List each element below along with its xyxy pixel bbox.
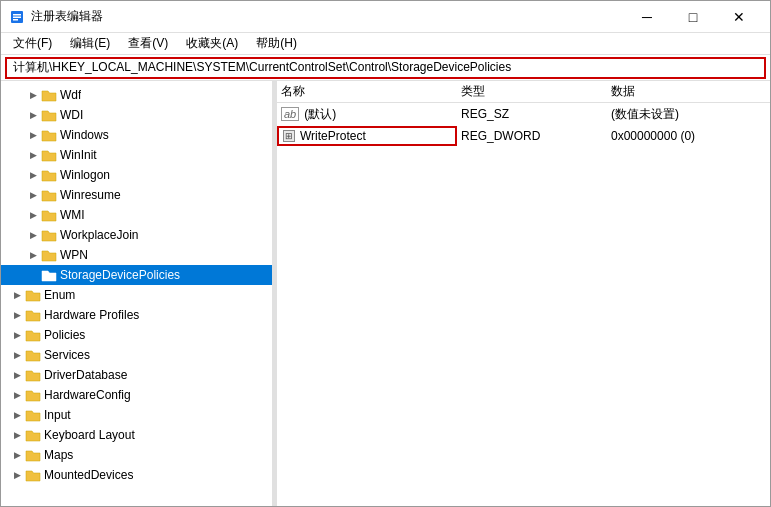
tree-item-wdf[interactable]: ▶ Wdf — [1, 85, 272, 105]
tree-item-storagedevicepolicies[interactable]: StorageDevicePolicies — [1, 265, 272, 285]
folder-icon-maps — [25, 448, 41, 462]
cell-name-writeprotect: ⊞ WriteProtect — [277, 126, 457, 146]
expand-wininit[interactable]: ▶ — [25, 147, 41, 163]
table-row-default[interactable]: ab (默认) REG_SZ (数值未设置) — [277, 103, 770, 125]
folder-icon-hardwareprofiles — [25, 308, 41, 322]
tree-item-wdi[interactable]: ▶ WDI — [1, 105, 272, 125]
close-button[interactable]: ✕ — [716, 1, 762, 33]
tree-label-workplacejoin: WorkplaceJoin — [60, 228, 138, 242]
tree-item-wpn[interactable]: ▶ WPN — [1, 245, 272, 265]
menu-item-e[interactable]: 编辑(E) — [62, 33, 118, 54]
tree-item-enum[interactable]: ▶ Enum — [1, 285, 272, 305]
tree-item-winlogon[interactable]: ▶ Winlogon — [1, 165, 272, 185]
tree-item-windows[interactable]: ▶ Windows — [1, 125, 272, 145]
col-header-data: 数据 — [607, 83, 770, 100]
expand-wdi[interactable]: ▶ — [25, 107, 41, 123]
tree-panel[interactable]: ▶ Wdf ▶ WDI ▶ Windows — [1, 81, 273, 506]
tree-label-driverdatabase: DriverDatabase — [44, 368, 127, 382]
expand-wdf[interactable]: ▶ — [25, 87, 41, 103]
folder-icon-storagedevicepolicies — [41, 268, 57, 282]
folder-icon-wdf — [41, 88, 57, 102]
folder-icon-winresume — [41, 188, 57, 202]
window-title: 注册表编辑器 — [31, 8, 624, 25]
window-controls: ─ □ ✕ — [624, 1, 762, 33]
folder-icon-wpn — [41, 248, 57, 262]
tree-item-driverdatabase[interactable]: ▶ DriverDatabase — [1, 365, 272, 385]
tree-item-hardwareprofiles[interactable]: ▶ Hardware Profiles — [1, 305, 272, 325]
title-bar: 注册表编辑器 ─ □ ✕ — [1, 1, 770, 33]
tree-label-enum: Enum — [44, 288, 75, 302]
expand-windows[interactable]: ▶ — [25, 127, 41, 143]
tree-item-policies[interactable]: ▶ Policies — [1, 325, 272, 345]
expand-driverdatabase[interactable]: ▶ — [9, 367, 25, 383]
folder-icon-wmi — [41, 208, 57, 222]
folder-icon-winlogon — [41, 168, 57, 182]
tree-item-input[interactable]: ▶ Input — [1, 405, 272, 425]
expand-winresume[interactable]: ▶ — [25, 187, 41, 203]
folder-icon-services — [25, 348, 41, 362]
expand-wmi[interactable]: ▶ — [25, 207, 41, 223]
expand-maps[interactable]: ▶ — [9, 447, 25, 463]
expand-keyboardlayout[interactable]: ▶ — [9, 427, 25, 443]
tree-item-winresume[interactable]: ▶ Winresume — [1, 185, 272, 205]
col-header-type: 类型 — [457, 83, 607, 100]
ab-icon: ab — [281, 107, 299, 121]
expand-enum[interactable]: ▶ — [9, 287, 25, 303]
tree-label-hardwareprofiles: Hardware Profiles — [44, 308, 139, 322]
tree-label-wpn: WPN — [60, 248, 88, 262]
folder-icon-enum — [25, 288, 41, 302]
expand-services[interactable]: ▶ — [9, 347, 25, 363]
expand-hardwareconfig[interactable]: ▶ — [9, 387, 25, 403]
main-content: ▶ Wdf ▶ WDI ▶ Windows — [1, 81, 770, 506]
menu-item-f[interactable]: 文件(F) — [5, 33, 60, 54]
table-row-writeprotect[interactable]: ⊞ WriteProtect REG_DWORD 0x00000000 (0) — [277, 125, 770, 147]
tree-label-policies: Policies — [44, 328, 85, 342]
menu-item-h[interactable]: 帮助(H) — [248, 33, 305, 54]
right-panel: 名称 类型 数据 ab (默认) REG_SZ (数值未设置) ⊞ WriteP… — [277, 81, 770, 506]
expand-input[interactable]: ▶ — [9, 407, 25, 423]
tree-label-winresume: Winresume — [60, 188, 121, 202]
tree-item-wmi[interactable]: ▶ WMI — [1, 205, 272, 225]
cell-name-default: ab (默认) — [277, 106, 457, 123]
expand-wpn[interactable]: ▶ — [25, 247, 41, 263]
expand-mounteddevices[interactable]: ▶ — [9, 467, 25, 483]
cell-data-writeprotect: 0x00000000 (0) — [607, 129, 770, 143]
svg-rect-3 — [13, 19, 18, 21]
tree-item-maps[interactable]: ▶ Maps — [1, 445, 272, 465]
menu-bar: 文件(F)编辑(E)查看(V)收藏夹(A)帮助(H) — [1, 33, 770, 55]
folder-icon-mounteddevices — [25, 468, 41, 482]
tree-label-storagedevicepolicies: StorageDevicePolicies — [60, 268, 180, 282]
expand-hardwareprofiles[interactable]: ▶ — [9, 307, 25, 323]
tree-label-mounteddevices: MountedDevices — [44, 468, 133, 482]
menu-item-v[interactable]: 查看(V) — [120, 33, 176, 54]
tree-label-input: Input — [44, 408, 71, 422]
tree-item-keyboardlayout[interactable]: ▶ Keyboard Layout — [1, 425, 272, 445]
tree-label-wmi: WMI — [60, 208, 85, 222]
expand-policies[interactable]: ▶ — [9, 327, 25, 343]
tree-item-hardwareconfig[interactable]: ▶ HardwareConfig — [1, 385, 272, 405]
expand-workplacejoin[interactable]: ▶ — [25, 227, 41, 243]
cell-type-writeprotect: REG_DWORD — [457, 129, 607, 143]
tree-label-maps: Maps — [44, 448, 73, 462]
folder-icon-policies — [25, 328, 41, 342]
tree-item-workplacejoin[interactable]: ▶ WorkplaceJoin — [1, 225, 272, 245]
tree-item-mounteddevices[interactable]: ▶ MountedDevices — [1, 465, 272, 485]
svg-rect-2 — [13, 16, 21, 18]
tree-label-keyboardlayout: Keyboard Layout — [44, 428, 135, 442]
address-input[interactable] — [5, 57, 766, 79]
tree-item-wininit[interactable]: ▶ WinInit — [1, 145, 272, 165]
tree-item-services[interactable]: ▶ Services — [1, 345, 272, 365]
menu-item-a[interactable]: 收藏夹(A) — [178, 33, 246, 54]
tree-label-wininit: WinInit — [60, 148, 97, 162]
maximize-button[interactable]: □ — [670, 1, 716, 33]
folder-icon-workplacejoin — [41, 228, 57, 242]
folder-icon-hardwareconfig — [25, 388, 41, 402]
tree-label-services: Services — [44, 348, 90, 362]
col-header-name: 名称 — [277, 83, 457, 100]
tree-label-windows: Windows — [60, 128, 109, 142]
cell-type-default: REG_SZ — [457, 107, 607, 121]
expand-winlogon[interactable]: ▶ — [25, 167, 41, 183]
minimize-button[interactable]: ─ — [624, 1, 670, 33]
app-icon — [9, 9, 25, 25]
folder-icon-driverdatabase — [25, 368, 41, 382]
